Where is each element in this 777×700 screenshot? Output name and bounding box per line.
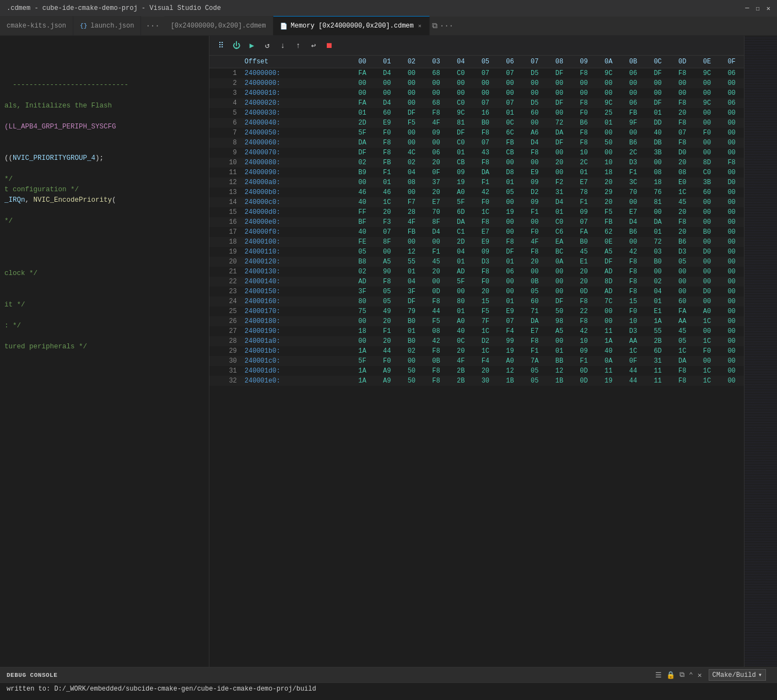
memory-byte[interactable]: 1C xyxy=(695,336,720,346)
memory-byte[interactable]: 07 xyxy=(571,217,596,227)
memory-byte[interactable]: 11 xyxy=(645,376,670,386)
memory-byte[interactable]: DF xyxy=(596,257,621,267)
memory-byte[interactable]: F8 xyxy=(424,376,449,386)
memory-byte[interactable]: 01 xyxy=(400,326,424,336)
memory-byte[interactable]: D5 xyxy=(522,68,547,79)
memory-byte[interactable]: 00 xyxy=(522,118,547,128)
memory-byte[interactable]: F8 xyxy=(670,118,695,128)
memory-byte[interactable]: 44 xyxy=(621,376,646,386)
memory-byte[interactable]: 20 xyxy=(571,267,596,277)
memory-byte[interactable]: 05 xyxy=(498,187,522,197)
cmake-build-dropdown[interactable]: CMake/Build ▾ xyxy=(709,669,766,681)
memory-address[interactable]: 240000a0: xyxy=(240,177,350,187)
memory-byte[interactable]: A0 xyxy=(449,187,473,197)
memory-byte[interactable]: 00 xyxy=(498,227,522,237)
tab-split-button[interactable]: ⧉ xyxy=(432,21,438,30)
memory-byte[interactable]: 60 xyxy=(670,297,695,306)
memory-byte[interactable]: 16 xyxy=(473,108,498,118)
memory-byte[interactable]: 8F xyxy=(424,217,449,227)
memory-address[interactable]: 240001c0: xyxy=(240,356,350,366)
memory-byte[interactable]: 4F xyxy=(400,217,424,227)
memory-byte[interactable]: AA xyxy=(670,316,695,326)
memory-byte[interactable]: 00 xyxy=(719,326,744,336)
memory-byte[interactable]: 00 xyxy=(719,78,744,88)
memory-byte[interactable]: DA xyxy=(449,217,473,227)
memory-byte[interactable]: 55 xyxy=(400,257,424,267)
memory-byte[interactable]: 3F xyxy=(400,287,424,297)
memory-byte[interactable]: F1 xyxy=(473,177,498,187)
memory-byte[interactable]: 00 xyxy=(522,217,547,227)
memory-byte[interactable]: 00 xyxy=(596,78,621,88)
memory-byte[interactable]: 40 xyxy=(449,326,473,336)
memory-byte[interactable]: 07 xyxy=(473,138,498,148)
memory-byte[interactable]: 00 xyxy=(719,108,744,118)
memory-byte[interactable]: 70 xyxy=(621,187,646,197)
memory-byte[interactable]: 11 xyxy=(645,366,670,376)
memory-byte[interactable]: 00 xyxy=(719,316,744,326)
power-button[interactable]: ⏻ xyxy=(229,39,244,53)
memory-byte[interactable]: 07 xyxy=(498,316,522,326)
memory-byte[interactable]: 9C xyxy=(596,98,621,108)
memory-byte[interactable]: 00 xyxy=(719,118,744,128)
memory-byte[interactable]: 2C xyxy=(621,148,646,158)
memory-byte[interactable]: 00 xyxy=(645,88,670,98)
memory-byte[interactable]: 0C xyxy=(498,118,522,128)
memory-byte[interactable]: 00 xyxy=(645,158,670,168)
memory-byte[interactable]: F0 xyxy=(571,108,596,118)
memory-byte[interactable]: 7A xyxy=(522,356,547,366)
tab-close-button[interactable]: ✕ xyxy=(417,22,423,30)
memory-address[interactable]: 24000010: xyxy=(240,88,350,98)
memory-byte[interactable]: 01 xyxy=(400,267,424,277)
memory-byte[interactable]: 01 xyxy=(498,297,522,306)
memory-address[interactable]: 240000b0: xyxy=(240,187,350,197)
memory-byte[interactable]: 00 xyxy=(621,197,646,207)
memory-byte[interactable]: 3B xyxy=(645,148,670,158)
memory-byte[interactable]: F0 xyxy=(375,128,400,138)
memory-byte[interactable]: B8 xyxy=(350,257,375,267)
memory-address[interactable]: 24000080: xyxy=(240,158,350,168)
memory-byte[interactable]: F8 xyxy=(670,366,695,376)
memory-byte[interactable]: 05 xyxy=(670,336,695,346)
memory-byte[interactable]: 09 xyxy=(449,168,473,177)
memory-address[interactable]: 24000170: xyxy=(240,306,350,316)
memory-byte[interactable]: 50 xyxy=(400,376,424,386)
memory-byte[interactable]: 80 xyxy=(449,297,473,306)
memory-byte[interactable]: F2 xyxy=(547,177,572,187)
memory-byte[interactable]: 07 xyxy=(498,98,522,108)
memory-byte[interactable]: 06 xyxy=(424,148,449,158)
memory-byte[interactable]: 45 xyxy=(424,257,449,267)
memory-address[interactable]: 24000130: xyxy=(240,267,350,277)
memory-byte[interactable]: 28 xyxy=(400,207,424,217)
memory-byte[interactable]: 1A xyxy=(350,376,375,386)
memory-byte[interactable]: B0 xyxy=(571,237,596,247)
memory-byte[interactable]: DA xyxy=(522,316,547,326)
memory-byte[interactable]: 20 xyxy=(670,227,695,237)
memory-byte[interactable]: D0 xyxy=(670,148,695,158)
stop-button[interactable]: ⏹ xyxy=(322,39,336,53)
memory-byte[interactable]: 1C xyxy=(473,346,498,356)
memory-byte[interactable]: FE xyxy=(350,237,375,247)
close-button[interactable]: ✕ xyxy=(767,4,770,13)
memory-byte[interactable]: 00 xyxy=(645,78,670,88)
memory-byte[interactable]: 98 xyxy=(547,316,572,326)
memory-byte[interactable]: 20 xyxy=(571,277,596,287)
memory-byte[interactable]: 00 xyxy=(695,297,720,306)
down-button[interactable]: ↓ xyxy=(276,39,290,53)
memory-byte[interactable]: 20 xyxy=(424,158,449,168)
memory-byte[interactable]: 01 xyxy=(375,177,400,187)
memory-byte[interactable]: 00 xyxy=(547,277,572,287)
memory-byte[interactable]: E7 xyxy=(621,207,646,217)
memory-byte[interactable]: 44 xyxy=(621,366,646,376)
memory-byte[interactable]: 00 xyxy=(719,197,744,207)
memory-byte[interactable]: 79 xyxy=(400,306,424,316)
memory-byte[interactable]: 9C xyxy=(695,98,720,108)
memory-address[interactable]: 240000e0: xyxy=(240,217,350,227)
memory-byte[interactable]: C0 xyxy=(695,168,720,177)
memory-byte[interactable]: 00 xyxy=(498,78,522,88)
memory-byte[interactable]: F5 xyxy=(424,316,449,326)
memory-byte[interactable]: 00 xyxy=(695,326,720,336)
memory-byte[interactable]: 90 xyxy=(375,267,400,277)
memory-byte[interactable]: 06 xyxy=(719,98,744,108)
memory-byte[interactable]: 00 xyxy=(350,336,375,346)
memory-address[interactable]: 240001a0: xyxy=(240,336,350,346)
